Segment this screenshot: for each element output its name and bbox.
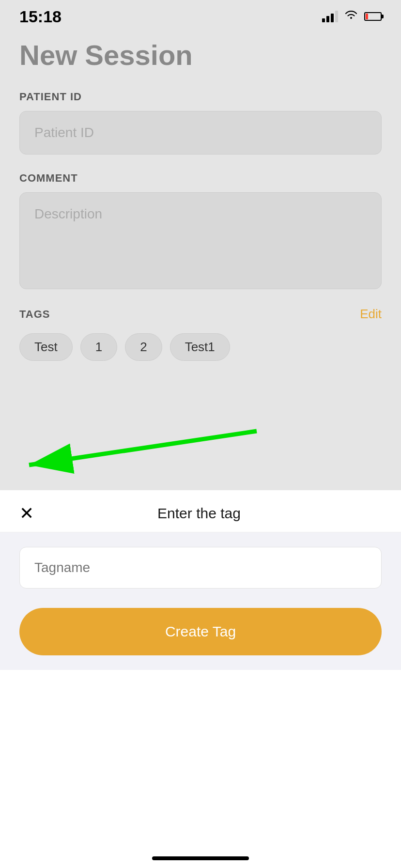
status-icons (322, 9, 382, 24)
tag-chip[interactable]: 1 (80, 333, 117, 361)
wifi-icon (344, 9, 358, 24)
tag-chip[interactable]: Test (19, 333, 73, 361)
tag-chip[interactable]: 2 (125, 333, 162, 361)
modal-body: Create Tag (0, 532, 401, 670)
modal-title: Enter the tag (34, 505, 382, 522)
close-button[interactable]: ✕ (19, 505, 34, 522)
svg-line-1 (29, 431, 257, 465)
tags-header: TAGS Edit (19, 307, 382, 322)
comment-label: COMMENT (19, 172, 382, 185)
tag-input-container (19, 547, 382, 589)
tag-chip[interactable]: Test1 (170, 333, 230, 361)
battery-icon (364, 12, 382, 21)
create-tag-button[interactable]: Create Tag (19, 608, 382, 655)
status-bar: 15:18 (0, 0, 401, 29)
tags-label: TAGS (19, 308, 50, 321)
home-indicator (152, 856, 249, 860)
patient-id-placeholder: Patient ID (34, 125, 94, 140)
tags-edit-button[interactable]: Edit (360, 307, 382, 322)
patient-id-input[interactable]: Patient ID (19, 111, 382, 155)
comment-textarea[interactable]: Description (19, 192, 382, 289)
patient-id-label: PATIENT ID (19, 91, 382, 103)
page-title: New Session (19, 39, 382, 71)
arrow-annotation (0, 421, 271, 480)
tagname-input[interactable] (34, 560, 367, 575)
tags-list: Test 1 2 Test1 (19, 333, 382, 361)
signal-bars-icon (322, 11, 338, 22)
modal-header: ✕ Enter the tag (0, 490, 401, 532)
main-content: New Session PATIENT ID Patient ID COMMEN… (0, 29, 401, 371)
modal-sheet: ✕ Enter the tag Create Tag (0, 490, 401, 868)
comment-placeholder: Description (34, 206, 102, 221)
status-time: 15:18 (19, 7, 62, 26)
